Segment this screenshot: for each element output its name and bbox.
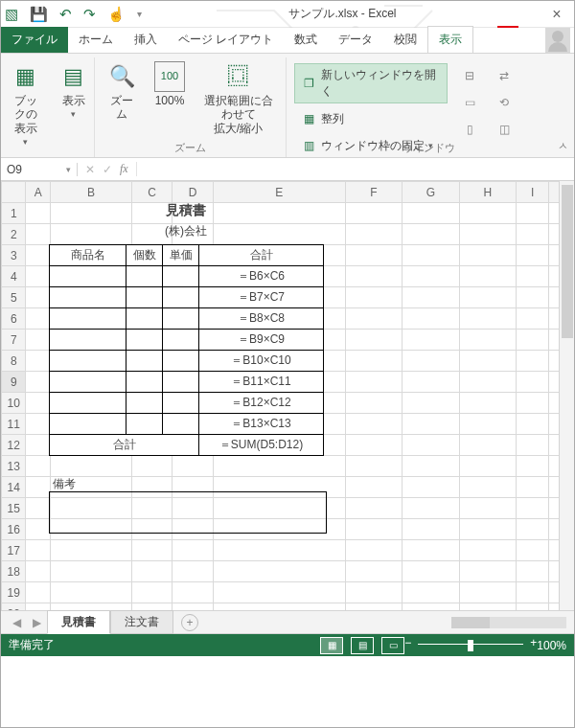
cell[interactable] [459,414,516,435]
cell[interactable] [26,308,50,330]
col-header[interactable]: F [345,182,402,203]
sheet-tab-other[interactable]: 注文書 [110,610,173,634]
row-header[interactable]: 17 [2,540,26,561]
cell[interactable] [345,456,402,477]
cell[interactable] [345,561,402,582]
redo-icon[interactable]: ↷ [83,6,96,23]
cell[interactable] [459,498,516,519]
cell[interactable] [517,351,549,372]
cell[interactable] [345,308,402,330]
cell[interactable] [402,414,459,435]
cell[interactable] [26,372,50,393]
cell[interactable] [50,582,131,603]
cell[interactable] [172,561,213,582]
account-avatar[interactable] [545,28,570,53]
cell[interactable] [213,456,345,477]
sheet-nav-prev-icon[interactable]: ◀ [7,616,27,629]
cell[interactable] [26,498,50,519]
cell[interactable] [402,603,459,611]
cell[interactable] [213,582,345,603]
tab-review[interactable]: 校閲 [383,27,427,53]
col-header[interactable]: I [517,182,549,203]
tab-home[interactable]: ホーム [68,27,124,53]
cell[interactable] [131,540,172,561]
cell[interactable] [26,561,50,582]
row-header[interactable]: 11 [2,414,26,435]
cell[interactable] [172,456,213,477]
cell[interactable] [402,561,459,582]
cell[interactable] [459,266,516,287]
cell[interactable] [517,498,549,519]
cell[interactable] [402,393,459,414]
worksheet[interactable]: ABCDEFGHIL123456789101112131415161718192… [1,181,574,610]
cell[interactable] [517,203,549,224]
horizontal-scrollbar[interactable] [206,617,566,628]
row-header[interactable]: 1 [2,203,26,224]
col-header[interactable]: G [402,182,459,203]
sync-scroll-button[interactable]: ⇄ [492,65,517,86]
tab-formulas[interactable]: 数式 [284,27,328,53]
row-header[interactable]: 15 [2,498,26,519]
undo-icon[interactable]: ↶ [59,6,72,23]
cell[interactable] [517,435,549,456]
cell[interactable] [26,245,50,266]
cell[interactable] [402,519,459,540]
cell[interactable] [459,435,516,456]
col-header[interactable]: A [26,182,50,203]
cell[interactable] [50,603,131,611]
cell[interactable] [345,414,402,435]
cell[interactable] [459,330,516,351]
new-window-button[interactable]: ❐ 新しいウィンドウを開く [294,63,448,103]
cell[interactable] [345,372,402,393]
cell[interactable] [402,477,459,498]
cell[interactable] [459,456,516,477]
col-header[interactable]: C [131,182,172,203]
cell[interactable] [459,372,516,393]
cell[interactable] [345,351,402,372]
col-header[interactable]: H [459,182,516,203]
close-icon[interactable]: × [543,6,570,23]
reset-pos-button[interactable]: ⟲ [492,92,517,113]
cell[interactable] [459,308,516,330]
row-header[interactable]: 19 [2,582,26,603]
tab-insert[interactable]: 挿入 [124,27,168,53]
book-view-button[interactable]: ▦ ブックの 表示 [7,59,45,149]
row-header[interactable]: 3 [2,245,26,266]
cell[interactable] [402,435,459,456]
row-header[interactable]: 9 [2,372,26,393]
cell[interactable] [459,203,516,224]
cell[interactable] [26,351,50,372]
enter-icon[interactable]: ✓ [103,163,112,176]
view-pagelayout-icon[interactable]: ▤ [351,637,374,654]
row-header[interactable]: 5 [2,287,26,308]
cell[interactable] [26,287,50,308]
cell[interactable] [345,224,402,245]
zoom-100-button[interactable]: 100 100% [150,59,189,137]
cell[interactable] [459,603,516,611]
col-header[interactable]: D [172,182,213,203]
cell[interactable] [26,519,50,540]
cell[interactable] [459,582,516,603]
cell[interactable] [517,330,549,351]
sheet-tab-active[interactable]: 見積書 [47,610,110,634]
cell[interactable] [459,477,516,498]
cell[interactable] [172,540,213,561]
cell[interactable] [131,582,172,603]
cell[interactable] [402,266,459,287]
cell[interactable] [517,582,549,603]
cell[interactable] [402,498,459,519]
save-icon[interactable]: 💾 [30,6,48,23]
cell[interactable] [517,603,549,611]
zoom-button[interactable]: 🔍 ズーム [103,59,141,137]
cell[interactable] [517,414,549,435]
cell[interactable] [402,308,459,330]
tab-data[interactable]: データ [328,27,383,53]
cell[interactable] [131,603,172,611]
cell[interactable] [459,540,516,561]
cell[interactable] [517,393,549,414]
row-header[interactable]: 14 [2,477,26,498]
cell[interactable] [345,435,402,456]
zoom-selection-button[interactable]: ⿴ 選択範囲に合わせて 拡大/縮小 [198,59,278,137]
row-header[interactable]: 18 [2,561,26,582]
cell[interactable] [402,224,459,245]
